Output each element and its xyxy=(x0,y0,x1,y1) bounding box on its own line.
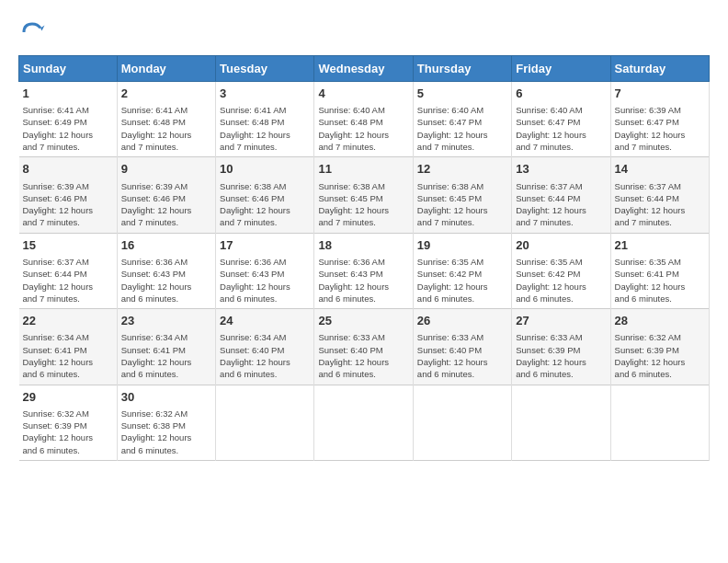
header-monday: Monday xyxy=(117,56,215,82)
cell-line: Sunset: 6:40 PM xyxy=(417,344,507,356)
calendar-cell: 3Sunrise: 6:41 AMSunset: 6:48 PMDaylight… xyxy=(216,82,314,157)
calendar-cell: 4Sunrise: 6:40 AMSunset: 6:48 PMDaylight… xyxy=(314,82,413,157)
cell-line: Sunset: 6:47 PM xyxy=(516,116,606,128)
cell-line: and 7 minutes. xyxy=(516,141,606,153)
cell-line: Sunset: 6:41 PM xyxy=(615,268,705,280)
cell-line: Sunset: 6:39 PM xyxy=(23,419,113,431)
cell-line: Sunset: 6:46 PM xyxy=(121,192,211,204)
cell-line: Daylight: 12 hours xyxy=(318,129,408,141)
day-number: 19 xyxy=(417,237,507,254)
cell-line: Daylight: 12 hours xyxy=(23,281,113,293)
cell-line: Sunrise: 6:40 AM xyxy=(318,104,408,116)
week-row-1: 1Sunrise: 6:41 AMSunset: 6:49 PMDaylight… xyxy=(19,82,710,157)
cell-line: and 6 minutes. xyxy=(516,293,606,304)
day-number: 5 xyxy=(417,86,507,102)
cell-line: Sunrise: 6:38 AM xyxy=(318,180,408,192)
calendar-table: SundayMondayTuesdayWednesdayThursdayFrid… xyxy=(18,55,710,461)
cell-line: Sunrise: 6:40 AM xyxy=(417,104,507,116)
cell-line: Daylight: 12 hours xyxy=(417,356,507,368)
day-number: 13 xyxy=(516,161,606,178)
day-number: 29 xyxy=(23,389,113,406)
cell-line: Sunset: 6:43 PM xyxy=(318,268,408,280)
calendar-cell: 26Sunrise: 6:33 AMSunset: 6:40 PMDayligh… xyxy=(413,309,511,385)
week-row-4: 22Sunrise: 6:34 AMSunset: 6:41 PMDayligh… xyxy=(19,309,710,385)
cell-line: and 7 minutes. xyxy=(318,141,408,153)
logo-icon xyxy=(18,18,46,46)
calendar-cell: 11Sunrise: 6:38 AMSunset: 6:45 PMDayligh… xyxy=(314,157,413,233)
calendar-cell: 1Sunrise: 6:41 AMSunset: 6:49 PMDaylight… xyxy=(19,82,118,157)
calendar-cell: 16Sunrise: 6:36 AMSunset: 6:43 PMDayligh… xyxy=(117,233,215,308)
cell-line: Sunset: 6:44 PM xyxy=(516,192,606,204)
cell-line: Daylight: 12 hours xyxy=(417,281,507,293)
cell-line: Sunrise: 6:33 AM xyxy=(417,331,507,343)
calendar-cell xyxy=(413,385,511,460)
day-number: 14 xyxy=(615,161,705,178)
calendar-cell: 10Sunrise: 6:38 AMSunset: 6:46 PMDayligh… xyxy=(216,157,314,233)
cell-line: and 6 minutes. xyxy=(417,293,507,304)
cell-line: Sunset: 6:47 PM xyxy=(417,116,507,128)
day-number: 16 xyxy=(121,237,211,254)
calendar-cell: 18Sunrise: 6:36 AMSunset: 6:43 PMDayligh… xyxy=(314,233,413,308)
cell-line: Sunset: 6:44 PM xyxy=(615,192,705,204)
day-number: 1 xyxy=(23,86,113,102)
cell-line: Daylight: 12 hours xyxy=(318,204,408,216)
calendar-cell: 21Sunrise: 6:35 AMSunset: 6:41 PMDayligh… xyxy=(610,233,709,308)
calendar-cell: 9Sunrise: 6:39 AMSunset: 6:46 PMDaylight… xyxy=(117,157,215,233)
calendar-cell: 6Sunrise: 6:40 AMSunset: 6:47 PMDaylight… xyxy=(512,82,610,157)
day-number: 11 xyxy=(318,161,408,178)
cell-line: Sunset: 6:46 PM xyxy=(23,192,113,204)
cell-line: Sunrise: 6:32 AM xyxy=(615,331,705,343)
day-number: 2 xyxy=(121,86,211,102)
cell-line: Sunrise: 6:41 AM xyxy=(23,104,113,116)
cell-line: Daylight: 12 hours xyxy=(23,129,113,141)
calendar-cell: 30Sunrise: 6:32 AMSunset: 6:38 PMDayligh… xyxy=(117,385,215,460)
calendar-cell xyxy=(512,385,610,460)
cell-line: Daylight: 12 hours xyxy=(318,281,408,293)
cell-line: Sunrise: 6:38 AM xyxy=(417,180,507,192)
calendar-cell: 12Sunrise: 6:38 AMSunset: 6:45 PMDayligh… xyxy=(413,157,511,233)
cell-line: Sunrise: 6:40 AM xyxy=(516,104,606,116)
calendar-cell: 2Sunrise: 6:41 AMSunset: 6:48 PMDaylight… xyxy=(117,82,215,157)
cell-line: and 6 minutes. xyxy=(318,293,408,304)
cell-line: and 6 minutes. xyxy=(220,368,310,380)
day-number: 4 xyxy=(318,86,408,102)
cell-line: Sunrise: 6:34 AM xyxy=(121,331,211,343)
cell-line: and 7 minutes. xyxy=(23,216,113,228)
calendar-cell: 28Sunrise: 6:32 AMSunset: 6:39 PMDayligh… xyxy=(610,309,709,385)
cell-line: Sunrise: 6:36 AM xyxy=(121,256,211,268)
cell-line: and 6 minutes. xyxy=(615,293,705,304)
cell-line: and 7 minutes. xyxy=(23,141,113,153)
header-saturday: Saturday xyxy=(610,56,709,82)
cell-line: Daylight: 12 hours xyxy=(615,281,705,293)
calendar-cell: 8Sunrise: 6:39 AMSunset: 6:46 PMDaylight… xyxy=(19,157,118,233)
calendar-cell: 14Sunrise: 6:37 AMSunset: 6:44 PMDayligh… xyxy=(610,157,709,233)
cell-line: Sunrise: 6:39 AM xyxy=(615,104,705,116)
cell-line: Daylight: 12 hours xyxy=(23,356,113,368)
day-number: 17 xyxy=(220,237,310,254)
cell-line: Daylight: 12 hours xyxy=(220,129,310,141)
calendar-cell: 5Sunrise: 6:40 AMSunset: 6:47 PMDaylight… xyxy=(413,82,511,157)
calendar-cell: 13Sunrise: 6:37 AMSunset: 6:44 PMDayligh… xyxy=(512,157,610,233)
cell-line: Sunset: 6:42 PM xyxy=(516,268,606,280)
day-number: 21 xyxy=(615,237,705,254)
cell-line: and 6 minutes. xyxy=(318,368,408,380)
calendar-cell xyxy=(216,385,314,460)
cell-line: and 6 minutes. xyxy=(23,444,113,456)
day-number: 22 xyxy=(23,313,113,329)
calendar-cell: 20Sunrise: 6:35 AMSunset: 6:42 PMDayligh… xyxy=(512,233,610,308)
cell-line: and 6 minutes. xyxy=(516,368,606,380)
cell-line: Sunrise: 6:39 AM xyxy=(23,180,113,192)
calendar-cell: 17Sunrise: 6:36 AMSunset: 6:43 PMDayligh… xyxy=(216,233,314,308)
cell-line: Sunset: 6:39 PM xyxy=(615,344,705,356)
cell-line: Sunset: 6:39 PM xyxy=(516,344,606,356)
cell-line: and 6 minutes. xyxy=(615,368,705,380)
cell-line: and 7 minutes. xyxy=(318,216,408,228)
header-sunday: Sunday xyxy=(19,56,118,82)
day-number: 18 xyxy=(318,237,408,254)
cell-line: Sunrise: 6:33 AM xyxy=(318,331,408,343)
cell-line: Sunrise: 6:37 AM xyxy=(23,256,113,268)
cell-line: Sunset: 6:45 PM xyxy=(417,192,507,204)
cell-line: Daylight: 12 hours xyxy=(121,204,211,216)
header-thursday: Thursday xyxy=(413,56,511,82)
cell-line: Sunrise: 6:35 AM xyxy=(516,256,606,268)
